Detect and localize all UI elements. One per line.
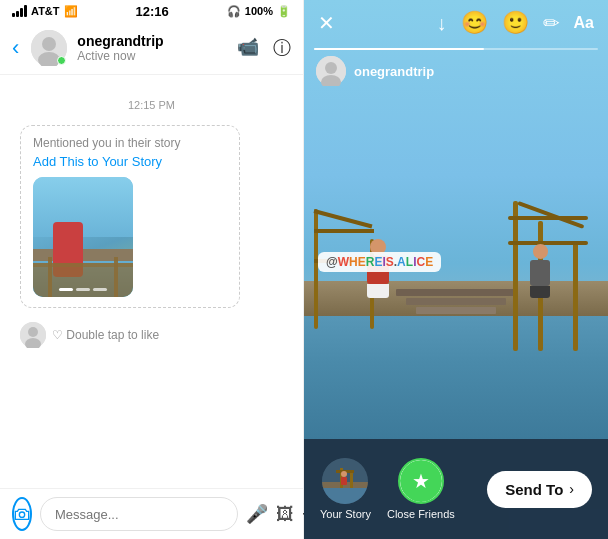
back-button[interactable]: ‹ [12,35,19,61]
sticker-button[interactable]: 🙂 [502,10,529,36]
your-story-option[interactable]: Your Story [320,458,371,520]
send-to-label: Send To [505,481,563,498]
message-timestamp: 12:15 PM [12,99,291,111]
mention-card: Mentioned you in their story Add This to… [20,125,240,308]
mention-text: Mentioned you in their story [33,136,227,150]
video-call-icon[interactable]: 📹 [237,36,259,60]
time-label: 12:16 [136,4,169,19]
story-user-avatar [316,56,346,86]
story-top-icons-right: ↓ 😊 🙂 ✏ Aa [437,10,594,36]
story-thumbnail [33,177,133,297]
like-avatar [20,322,46,348]
svg-point-16 [341,471,347,477]
person-man [527,244,553,299]
pen-button[interactable]: ✏ [543,11,560,35]
wifi-icon: 📶 [64,5,78,18]
carrier-label: AT&T [31,5,60,17]
text-button[interactable]: Aa [574,14,594,32]
camera-icon [14,506,30,522]
messages-area: 12:15 PM Mentioned you in their story Ad… [0,75,303,488]
your-story-label: Your Story [320,508,371,520]
svg-point-6 [19,512,24,517]
story-user-row: onegrandtrip [316,56,434,86]
status-bar-right: 🎧 100% 🔋 [227,5,291,18]
your-story-avatar [322,458,368,504]
like-area: ♡ Double tap to like [20,322,291,348]
chat-status: Active now [77,49,227,63]
story-username: onegrandtrip [354,64,434,79]
steps [396,289,516,316]
header-icons: 📹 ⓘ [237,36,291,60]
like-user-icon [20,322,46,348]
add-story-link[interactable]: Add This to Your Story [33,154,227,169]
svg-rect-17 [341,477,347,485]
chat-username: onegrandtrip [77,33,227,49]
svg-rect-14 [350,472,353,488]
svg-point-8 [325,62,337,74]
like-label: ♡ Double tap to like [52,328,159,342]
story-progress-bar [314,48,598,50]
battery-icon: 🔋 [277,5,291,18]
status-bar: AT&T 📶 12:16 🎧 100% 🔋 [0,0,303,22]
message-input-row: 🎤 🖼 + [0,488,303,539]
close-friends-option[interactable]: ★ Close Friends [387,458,455,520]
close-friends-icon: ★ [400,460,442,502]
headphone-icon: 🎧 [227,5,241,18]
chat-header: ‹ onegrandtrip Active now 📹 ⓘ [0,22,303,75]
send-to-chevron-icon: › [569,481,574,497]
send-to-button[interactable]: Send To › [487,471,592,508]
download-button[interactable]: ↓ [437,12,447,35]
svg-point-4 [28,327,38,337]
avatar [31,30,67,66]
close-friends-label: Close Friends [387,508,455,520]
close-button[interactable]: ✕ [318,11,335,35]
story-top-bar: ✕ ↓ 😊 🙂 ✏ Aa [304,0,608,42]
right-panel: @WHEREIS.ALICE ✕ ↓ 😊 🙂 ✏ Aa onegrandtrip [304,0,608,539]
alice-tag: @WHEREIS.ALICE [318,252,441,272]
your-story-avatar-image [322,458,368,504]
svg-point-1 [42,37,56,51]
mic-button[interactable]: 🎤 [246,503,268,525]
status-bar-left: AT&T 📶 [12,5,78,18]
emoji-button[interactable]: 😊 [461,10,488,36]
info-icon[interactable]: ⓘ [273,36,291,60]
story-avatar-icon [316,56,346,86]
svg-rect-11 [322,486,368,504]
close-friends-avatar: ★ [398,458,444,504]
header-info: onegrandtrip Active now [77,33,227,63]
story-progress-fill [314,48,484,50]
gallery-button[interactable]: 🖼 [276,504,294,525]
story-bottom-controls: Your Story ★ Close Friends Send To › [304,439,608,539]
message-input[interactable] [40,497,238,531]
left-panel: AT&T 📶 12:16 🎧 100% 🔋 ‹ onegrandtrip Act… [0,0,304,539]
camera-button[interactable] [12,497,32,531]
battery-label: 100% [245,5,273,17]
signal-icon [12,5,27,17]
